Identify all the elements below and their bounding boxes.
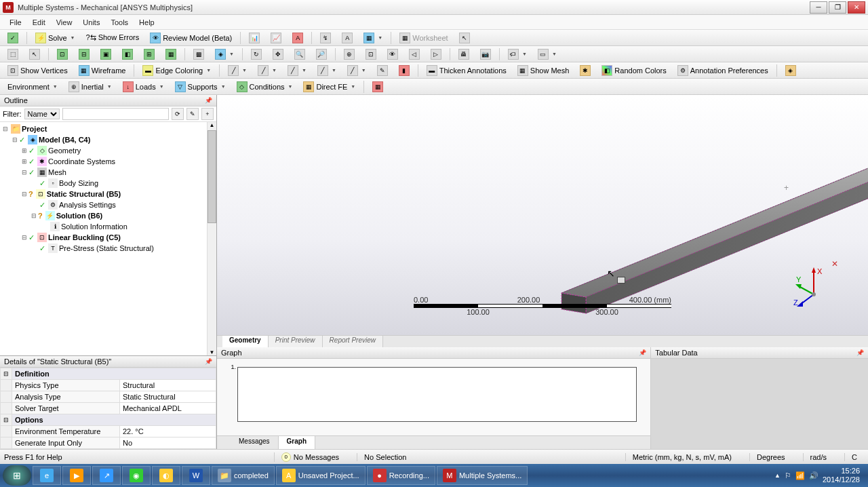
system-tray[interactable]: ▲ ⚐ 📶 🔊 15:26 2014/12/28 bbox=[769, 467, 865, 484]
commands-icon[interactable]: ▦ bbox=[368, 79, 388, 94]
tab-graph[interactable]: Graph bbox=[279, 436, 315, 449]
worksheet-button[interactable]: ▦Worksheet bbox=[395, 31, 452, 45]
tab-print-preview[interactable]: Print Preview bbox=[269, 336, 323, 347]
reset-icon[interactable]: ◈ bbox=[781, 63, 801, 78]
taskbar-completed[interactable]: 📁completed bbox=[212, 466, 275, 485]
minimize-button[interactable]: ─ bbox=[810, 1, 827, 14]
menu-view[interactable]: View bbox=[51, 16, 78, 28]
thicken-button[interactable]: ▬Thicken Annotations bbox=[422, 63, 511, 78]
conditions-menu[interactable]: ◇Conditions bbox=[232, 79, 298, 94]
val-physics-type[interactable]: Structural bbox=[120, 380, 216, 391]
tree-solinfo[interactable]: Solution Information bbox=[61, 222, 127, 231]
tb-icon-d[interactable]: ↯ bbox=[315, 31, 336, 45]
supports-menu[interactable]: ▽Supports bbox=[170, 79, 231, 94]
show-vertices-button[interactable]: ⊡Show Vertices bbox=[3, 63, 73, 78]
maximize-button[interactable]: ❐ bbox=[829, 1, 846, 14]
body-select[interactable]: ◧ bbox=[117, 47, 138, 62]
wireframe-button[interactable]: ▦Wireframe bbox=[74, 63, 131, 78]
edge-3[interactable]: ╱ bbox=[283, 63, 311, 78]
tree-bodysizing[interactable]: Body Sizing bbox=[59, 179, 98, 187]
tray-network-icon[interactable]: 📶 bbox=[795, 471, 805, 480]
menu-units[interactable]: Units bbox=[77, 16, 105, 28]
zoom-box[interactable]: ⊡ bbox=[361, 47, 381, 62]
tb-icon-a[interactable]: 📊 bbox=[244, 31, 264, 45]
accept-button[interactable]: ✓ bbox=[3, 31, 23, 45]
taskbar-unsaved[interactable]: AUnsaved Project... bbox=[276, 466, 366, 485]
solve-button[interactable]: ⚡Solve bbox=[31, 31, 79, 45]
val-solver[interactable]: Mechanical APDL bbox=[120, 403, 216, 414]
filter-btn-2[interactable]: ✎ bbox=[186, 108, 199, 120]
tray-flag-icon[interactable]: ⚐ bbox=[785, 471, 791, 480]
zoom-in[interactable]: 🔍 bbox=[290, 47, 310, 62]
tree-geometry[interactable]: Geometry bbox=[48, 147, 81, 155]
tag-btn[interactable]: 🏷 bbox=[503, 47, 532, 62]
face-select[interactable]: ▣ bbox=[96, 47, 116, 62]
viewport-3d[interactable]: + ↖ 0.00 200.00 400.00 (mm) 100.00 300.0… bbox=[217, 95, 868, 335]
tb-icon-f[interactable]: ▦ bbox=[359, 31, 387, 45]
edge-4[interactable]: ╱ bbox=[313, 63, 341, 78]
expand-definition[interactable]: ⊟ bbox=[1, 368, 12, 380]
tree-project[interactable]: Project bbox=[22, 125, 47, 133]
tray-expand-icon[interactable]: ▲ bbox=[774, 472, 781, 479]
close-button[interactable]: ✕ bbox=[848, 1, 865, 14]
tab-report-preview[interactable]: Report Preview bbox=[323, 336, 383, 347]
annotation-prefs-button[interactable]: ⚙Annotation Preferences bbox=[673, 63, 773, 78]
taskbar-clock[interactable]: 15:26 2014/12/28 bbox=[823, 467, 860, 484]
edge-select[interactable]: ⊟ bbox=[74, 47, 94, 62]
expand-options[interactable]: ⊟ bbox=[1, 414, 12, 426]
iso-view[interactable]: ◈ bbox=[210, 47, 239, 62]
taskbar-word[interactable]: W bbox=[182, 466, 210, 485]
pan-tool[interactable]: ✥ bbox=[268, 47, 288, 62]
tree-static[interactable]: Static Structural (B5) bbox=[47, 190, 121, 198]
node-select[interactable]: ⊞ bbox=[139, 47, 159, 62]
tb-icon-g[interactable]: ↖ bbox=[454, 31, 475, 45]
direct-fe-menu[interactable]: ▦Direct FE bbox=[298, 79, 360, 94]
edge-color-icon[interactable]: ▮ bbox=[394, 63, 414, 78]
element-select[interactable]: ▦ bbox=[161, 47, 181, 62]
tb-icon-c[interactable]: A bbox=[288, 31, 308, 45]
tabular-pin-icon[interactable]: 📌 bbox=[856, 349, 864, 356]
filter-input[interactable] bbox=[62, 108, 170, 120]
show-mesh-button[interactable]: ▦Show Mesh bbox=[513, 63, 574, 78]
edge-5[interactable]: ╱ bbox=[342, 63, 371, 78]
tree-model[interactable]: Model (B4, C4) bbox=[39, 136, 90, 144]
tree-prestress[interactable]: Pre-Stress (Static Structural) bbox=[59, 244, 154, 252]
filter-btn-3[interactable]: + bbox=[201, 108, 214, 120]
graph-area[interactable]: 1. bbox=[217, 359, 650, 435]
triad-close-icon[interactable]: ✕ bbox=[831, 259, 838, 269]
extend-toggle[interactable]: ▩ bbox=[189, 47, 209, 62]
look-at[interactable]: 👁 bbox=[382, 47, 403, 62]
highlight-icon[interactable]: ✎ bbox=[372, 63, 393, 78]
filter-btn-1[interactable]: ⟳ bbox=[172, 108, 184, 120]
val-analysis-type[interactable]: Static Structural bbox=[120, 391, 216, 403]
tree-solution[interactable]: Solution (B6) bbox=[56, 212, 102, 220]
pin-icon[interactable]: 📌 bbox=[205, 97, 212, 104]
taskbar-chrome[interactable]: ◉ bbox=[122, 466, 151, 485]
tree-coord[interactable]: Coordinate Systems bbox=[48, 157, 115, 165]
review-model-button[interactable]: 👁Review Model (Beta) bbox=[145, 31, 237, 45]
random-colors-button[interactable]: ◧Random Colors bbox=[597, 63, 671, 78]
edge-coloring-button[interactable]: ▬Edge Coloring bbox=[138, 63, 216, 78]
val-geninput[interactable]: No bbox=[120, 437, 216, 449]
environment-menu[interactable]: Environment bbox=[3, 81, 62, 93]
slice-btn[interactable]: ▭ bbox=[533, 47, 561, 62]
menu-help[interactable]: Help bbox=[134, 16, 160, 28]
menu-tools[interactable]: Tools bbox=[105, 16, 134, 28]
taskbar-app1[interactable]: ↗ bbox=[92, 466, 121, 485]
tray-volume-icon[interactable]: 🔊 bbox=[809, 471, 818, 480]
taskbar-ie[interactable]: e bbox=[33, 466, 61, 485]
details-pin-icon[interactable]: 📌 bbox=[205, 358, 212, 365]
filter-select[interactable]: Name bbox=[24, 109, 60, 119]
print-btn[interactable]: 🖶 bbox=[454, 47, 474, 62]
tree-linear[interactable]: Linear Buckling (C5) bbox=[48, 233, 121, 241]
tab-geometry[interactable]: Geometry bbox=[222, 336, 269, 347]
menu-file[interactable]: File bbox=[4, 16, 27, 28]
zoom-out[interactable]: 🔎 bbox=[311, 47, 332, 62]
menu-edit[interactable]: Edit bbox=[27, 16, 51, 28]
taskbar-app2[interactable]: ◐ bbox=[152, 466, 180, 485]
outline-tree[interactable]: ⊟📁Project ⊟✓◈Model (B4, C4) ⊞✓◇Geometry … bbox=[0, 122, 216, 355]
tree-analysis[interactable]: Analysis Settings bbox=[59, 201, 116, 209]
tb-icon-e[interactable]: A bbox=[337, 31, 357, 45]
vertex-select[interactable]: ⊡ bbox=[52, 47, 73, 62]
graph-pin-icon[interactable]: 📌 bbox=[639, 349, 646, 356]
